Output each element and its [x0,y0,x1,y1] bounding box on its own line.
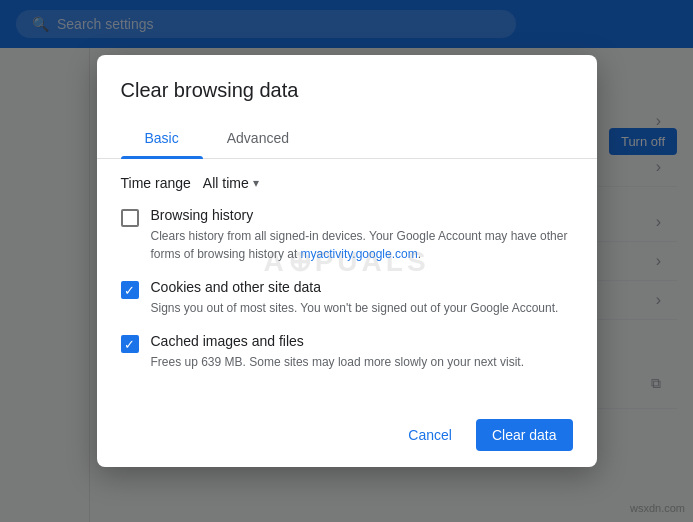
tab-basic[interactable]: Basic [121,118,203,158]
cookies-text: Cookies and other site data Signs you ou… [151,279,573,317]
cached-images-checkbox[interactable]: ✓ [121,335,139,353]
cookies-checkbox[interactable]: ✓ [121,281,139,299]
browsing-history-checkbox-box[interactable] [121,209,139,227]
cookies-desc: Signs you out of most sites. You won't b… [151,299,573,317]
dialog-title: Clear browsing data [97,55,597,118]
cached-images-text: Cached images and files Frees up 639 MB.… [151,333,573,371]
browsing-history-checkbox[interactable] [121,209,139,227]
time-range-select[interactable]: All time ▾ [203,175,259,191]
cached-images-desc: Frees up 639 MB. Some sites may load mor… [151,353,573,371]
cached-images-checkmark: ✓ [124,338,135,351]
cookies-checkbox-box[interactable]: ✓ [121,281,139,299]
cached-images-title: Cached images and files [151,333,573,349]
clear-browsing-data-dialog: Clear browsing data Basic Advanced Time … [97,55,597,467]
cached-images-checkbox-box[interactable]: ✓ [121,335,139,353]
select-arrow-icon: ▾ [253,176,259,190]
time-range-row: Time range All time ▾ [121,175,573,191]
cached-images-option: ✓ Cached images and files Frees up 639 M… [121,333,573,371]
time-range-label: Time range [121,175,191,191]
modal-overlay: Clear browsing data Basic Advanced Time … [0,0,693,522]
tab-advanced[interactable]: Advanced [203,118,313,158]
browsing-history-option: Browsing history Clears history from all… [121,207,573,263]
cookies-option: ✓ Cookies and other site data Signs you … [121,279,573,317]
browsing-history-desc: Clears history from all signed-in device… [151,227,573,263]
dialog-tabs: Basic Advanced [97,118,597,159]
dialog-body: Time range All time ▾ Browsing history C… [97,159,597,403]
cookies-title: Cookies and other site data [151,279,573,295]
clear-data-button[interactable]: Clear data [476,419,573,451]
cancel-button[interactable]: Cancel [392,419,468,451]
myactivity-link[interactable]: myactivity.google.com [301,247,418,261]
browsing-history-title: Browsing history [151,207,573,223]
cookies-checkmark: ✓ [124,284,135,297]
browsing-history-text: Browsing history Clears history from all… [151,207,573,263]
time-range-value: All time [203,175,249,191]
dialog-footer: Cancel Clear data [97,403,597,467]
